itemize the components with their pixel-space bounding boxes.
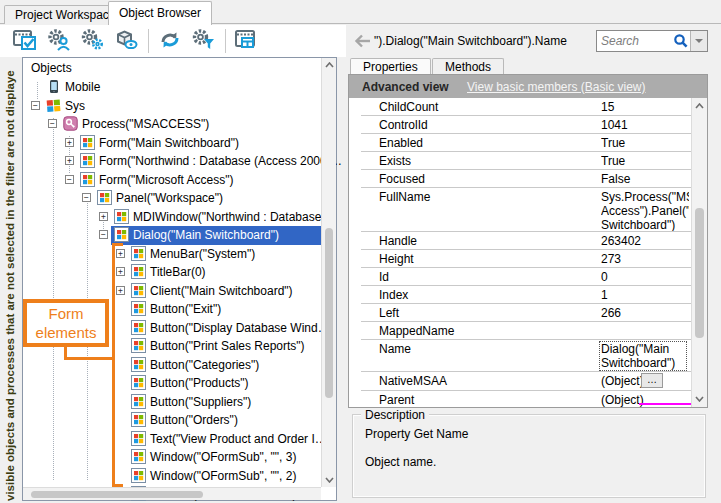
property-name: Index	[379, 288, 408, 302]
scroll-up-icon[interactable]	[322, 58, 337, 72]
collapse-icon[interactable]: −	[99, 230, 108, 239]
window-icon	[131, 375, 146, 390]
expand-icon[interactable]: +	[116, 267, 125, 276]
phone-icon	[46, 79, 61, 94]
tree-item[interactable]: Button("Suppliers")	[23, 393, 321, 412]
scroll-down-icon[interactable]	[322, 473, 337, 487]
property-value: 1	[601, 288, 689, 302]
tree-item[interactable]: −Form("Microsoft Access")	[23, 171, 321, 190]
object-tree-panel: Objects Mobile−Sys−Process("MSACCESS")+F…	[22, 57, 337, 501]
refresh-button[interactable]	[153, 27, 187, 55]
window-icon	[131, 320, 146, 335]
window-icon	[131, 394, 146, 409]
ellipsis-button[interactable]: …	[641, 373, 663, 388]
tree-item[interactable]: Text("View Product and Order I…	[23, 430, 321, 449]
window-icon	[114, 209, 129, 224]
collapse-icon[interactable]: −	[65, 175, 74, 184]
property-name: Exists	[379, 154, 411, 168]
property-row[interactable]: NameDialog("Main Switchboard")	[349, 340, 691, 372]
window-icon	[131, 301, 146, 316]
expand-icon[interactable]: +	[116, 249, 125, 258]
property-value: Sys.Process("MSA Access").Panel("W Switc…	[601, 190, 689, 232]
tree-item[interactable]: −Panel("Workspace")	[23, 189, 321, 208]
property-row[interactable]: Left266	[349, 304, 691, 322]
workspace-tab-strip: Project Workspace Object Browser	[0, 0, 721, 24]
window-icon	[131, 338, 146, 353]
tree-item-label: Form("Main Switchboard")	[99, 136, 239, 150]
grid-vertical-scrollbar[interactable]	[691, 98, 707, 407]
tree-item[interactable]: +MenuBar("System")	[23, 245, 321, 264]
property-row[interactable]: Handle263402	[349, 232, 691, 250]
expand-icon[interactable]: +	[116, 286, 125, 295]
property-value: True	[601, 154, 689, 168]
expand-icon[interactable]: +	[65, 156, 74, 165]
property-name: MappedName	[379, 324, 454, 338]
property-row[interactable]: ExistsTrue	[349, 152, 691, 170]
property-name: Focused	[379, 172, 425, 186]
collapse-icon[interactable]: −	[82, 193, 91, 202]
tree-item-label: Form("Northwind : Database (Access 2000 …	[99, 154, 342, 168]
tree-item[interactable]: +MDIWindow("Northwind : Database…	[23, 208, 321, 227]
property-value: True	[601, 136, 689, 150]
expand-icon[interactable]: +	[65, 138, 74, 147]
tree-vertical-scrollbar[interactable]	[321, 58, 336, 487]
tree-item-label: Button("Suppliers")	[150, 395, 251, 409]
scroll-down-icon[interactable]	[692, 392, 707, 406]
tree-item[interactable]: +Form("Northwind : Database (Access 2000…	[23, 152, 321, 171]
search-icon[interactable]	[673, 33, 689, 49]
property-row[interactable]: Id0	[349, 268, 691, 286]
property-row[interactable]: ControlId1041	[349, 116, 691, 134]
tree-scroll-thumb[interactable]	[325, 228, 333, 398]
checkpoint-window-button[interactable]	[8, 27, 42, 55]
tree-item[interactable]: +Form("Main Switchboard")	[23, 134, 321, 153]
search-dropdown-button[interactable]	[690, 31, 707, 51]
cube-eye-icon	[114, 28, 140, 55]
scroll-up-icon[interactable]	[692, 99, 707, 113]
tree-horizontal-scrollbar[interactable]	[23, 487, 321, 500]
tree-item[interactable]: +Client("Main Switchboard")	[23, 282, 321, 301]
tree-item-label: Button("Display Database Wind…	[150, 321, 330, 335]
property-row[interactable]: FocusedFalse	[349, 170, 691, 188]
window-icon	[97, 190, 112, 205]
mapping-settings-button[interactable]	[42, 27, 76, 55]
tree-item[interactable]: Window("OFormSub", "", 3)	[23, 448, 321, 467]
property-row[interactable]: ChildCount15	[349, 98, 691, 116]
property-row[interactable]: Parent(Object)	[349, 391, 691, 407]
tree-item[interactable]: −Sys	[23, 97, 321, 116]
panels-button[interactable]	[230, 27, 264, 55]
tree-item-label: Button("Orders")	[150, 413, 238, 427]
property-row[interactable]: MappedName	[349, 322, 691, 340]
description-panel: Description Property Get Name Object nam…	[352, 414, 706, 498]
tree-item[interactable]: Button("Products")	[23, 374, 321, 393]
property-row[interactable]: Height273	[349, 250, 691, 268]
tree-hscroll-thumb[interactable]	[31, 491, 203, 498]
back-arrow-icon[interactable]	[354, 34, 372, 51]
property-row[interactable]: EnabledTrue	[349, 134, 691, 152]
expand-icon[interactable]: +	[99, 212, 108, 221]
tree-item[interactable]: −Process("MSACCESS")	[23, 115, 321, 134]
description-member: Property Get Name	[365, 427, 468, 441]
tree-item-label: Client("Main Switchboard")	[150, 284, 293, 298]
tab-object-browser[interactable]: Object Browser	[108, 1, 212, 25]
object-browser-toolbar	[0, 25, 346, 57]
tree-item[interactable]: Window("OFormSub", "", 2)	[23, 467, 321, 486]
property-row[interactable]: FullNameSys.Process("MSA Access").Panel(…	[349, 188, 691, 232]
tree-item[interactable]: Mobile	[23, 78, 321, 97]
basic-view-link[interactable]: View basic members (Basic view)	[467, 80, 646, 94]
tree-item[interactable]: +TitleBar(0)	[23, 263, 321, 282]
gear-user-icon	[46, 28, 72, 55]
collapse-icon[interactable]: −	[48, 119, 57, 128]
grid-scroll-thumb[interactable]	[695, 208, 704, 338]
search-input[interactable]	[601, 32, 673, 50]
tree-item[interactable]: −Dialog("Main Switchboard")	[23, 226, 321, 245]
object-spy-button[interactable]	[110, 27, 144, 55]
options-button[interactable]	[76, 27, 110, 55]
tree-item-label: Window("OFormSub", "", 2)	[150, 469, 296, 483]
collapse-icon[interactable]: −	[31, 101, 40, 110]
tree-item[interactable]: Button("Orders")	[23, 411, 321, 430]
property-row[interactable]: Index1	[349, 286, 691, 304]
filter-settings-button[interactable]	[187, 27, 221, 55]
object-browser-window: Project Workspace Object Browser	[0, 0, 721, 503]
property-row[interactable]: NativeMSAA(Object)…	[349, 372, 691, 391]
annotation-bracket-line	[112, 243, 115, 487]
